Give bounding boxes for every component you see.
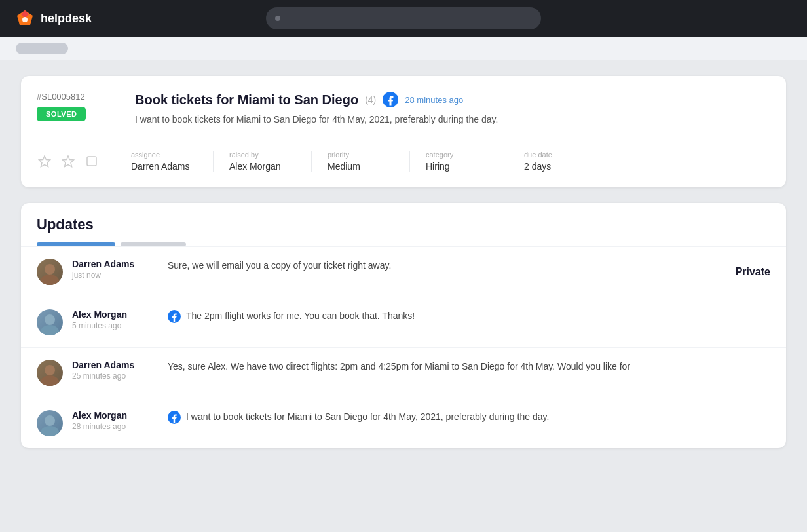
ticket-header: #SL0005812 SOLVED Book tickets for Miami…: [37, 92, 770, 126]
svg-point-14: [45, 415, 55, 426]
update-author: Darren Adams: [72, 360, 157, 370]
update-meta: Alex Morgan 28 minutes ago: [72, 410, 157, 431]
update-author: Alex Morgan: [72, 410, 157, 421]
facebook-icon: [383, 92, 398, 107]
update-text: I want to book tickets for Miami to San …: [186, 410, 549, 424]
ticket-time: 28 minutes ago: [405, 95, 463, 105]
ticket-id-section: #SL0005812 SOLVED: [37, 92, 122, 121]
svg-marker-4: [39, 156, 50, 167]
assignee-value: Darren Adams: [131, 161, 197, 172]
svg-point-7: [45, 264, 55, 275]
raised-by-field: raised by Alex Morgan: [214, 151, 312, 172]
update-time: just now: [72, 271, 157, 280]
svg-point-13: [41, 375, 59, 386]
breadcrumb-pill: [16, 43, 68, 54]
facebook-icon: [168, 310, 181, 323]
update-text: The 2pm flight works for me. You can boo…: [186, 309, 415, 323]
svg-point-10: [41, 325, 59, 335]
search-bar[interactable]: [266, 7, 541, 29]
priority-label: priority: [328, 151, 394, 159]
star-outline-icon[interactable]: [37, 153, 52, 169]
update-text: Yes, sure Alex. We have two direct fligh…: [168, 360, 630, 373]
svg-rect-6: [87, 157, 96, 166]
star-filled-icon[interactable]: [60, 153, 76, 169]
updates-header: Updates: [21, 203, 786, 246]
updates-section: Updates Darren Adams just now: [21, 203, 786, 448]
category-value: Hiring: [426, 161, 492, 172]
app-header: helpdesk: [0, 0, 807, 37]
due-date-value: 2 days: [524, 161, 591, 172]
svg-point-9: [45, 314, 55, 325]
search-dot-icon: [275, 16, 280, 21]
category-label: category: [426, 151, 492, 159]
update-time: 25 minutes ago: [72, 371, 157, 381]
ticket-count: (4): [365, 94, 376, 105]
ticket-title-area: Book tickets for Miami to San Diego (4) …: [135, 92, 770, 126]
priority-field: priority Medium: [312, 151, 410, 172]
update-author: Alex Morgan: [72, 309, 157, 320]
updates-title: Updates: [37, 216, 770, 233]
update-meta: Darren Adams 25 minutes ago: [72, 360, 157, 381]
avatar: [37, 259, 63, 285]
update-body: Sure, we will email you a copy of your t…: [168, 259, 770, 273]
update-meta: Darren Adams just now: [72, 259, 157, 280]
ticket-description: I want to book tickets for Miami to San …: [135, 113, 770, 126]
raised-by-value: Alex Morgan: [229, 161, 295, 172]
ticket-card: #SL0005812 SOLVED Book tickets for Miami…: [21, 76, 786, 187]
update-body: Yes, sure Alex. We have two direct fligh…: [168, 360, 770, 373]
breadcrumb-bar: [0, 37, 807, 60]
due-date-label: due date: [524, 151, 591, 159]
update-author: Darren Adams: [72, 259, 157, 269]
logo-area: helpdesk: [16, 9, 92, 28]
due-date-field: due date 2 days: [508, 151, 607, 172]
update-text: Sure, we will email you a copy of your t…: [168, 259, 391, 273]
update-meta: Alex Morgan 5 minutes ago: [72, 309, 157, 330]
avatar: [37, 410, 63, 436]
svg-point-2: [22, 17, 28, 22]
update-item: Darren Adams 25 minutes ago Yes, sure Al…: [21, 347, 786, 398]
ticket-id: #SL0005812: [37, 92, 85, 102]
solved-badge: SOLVED: [37, 107, 86, 121]
assignee-label: assignee: [131, 151, 197, 159]
private-label: Private: [736, 266, 770, 278]
logo-icon: [16, 9, 34, 28]
main-content: #SL0005812 SOLVED Book tickets for Miami…: [0, 60, 807, 464]
raised-by-label: raised by: [229, 151, 295, 159]
ticket-title-row: Book tickets for Miami to San Diego (4) …: [135, 92, 770, 107]
assignee-field: assignee Darren Adams: [115, 151, 214, 172]
update-item: Alex Morgan 5 minutes ago The 2pm flight…: [21, 297, 786, 347]
svg-point-12: [45, 365, 55, 375]
category-field: category Hiring: [410, 151, 508, 172]
svg-point-8: [41, 275, 59, 285]
update-body: The 2pm flight works for me. You can boo…: [168, 309, 770, 323]
update-item: Alex Morgan 28 minutes ago I want to boo…: [21, 398, 786, 448]
update-body: I want to book tickets for Miami to San …: [168, 410, 770, 424]
meta-icons: [37, 153, 115, 169]
update-list: Darren Adams just now Sure, we will emai…: [21, 246, 786, 448]
ticket-meta: assignee Darren Adams raised by Alex Mor…: [37, 140, 770, 172]
priority-value: Medium: [328, 161, 394, 172]
svg-point-15: [41, 426, 59, 436]
logo-text: helpdesk: [41, 12, 92, 26]
ticket-title: Book tickets for Miami to San Diego: [135, 92, 358, 107]
svg-marker-5: [63, 156, 74, 167]
avatar: [37, 309, 63, 335]
avatar: [37, 360, 63, 386]
facebook-icon: [168, 411, 181, 424]
update-time: 28 minutes ago: [72, 422, 157, 431]
update-item: Darren Adams just now Sure, we will emai…: [21, 246, 786, 297]
update-time: 5 minutes ago: [72, 321, 157, 330]
square-icon[interactable]: [84, 153, 100, 169]
